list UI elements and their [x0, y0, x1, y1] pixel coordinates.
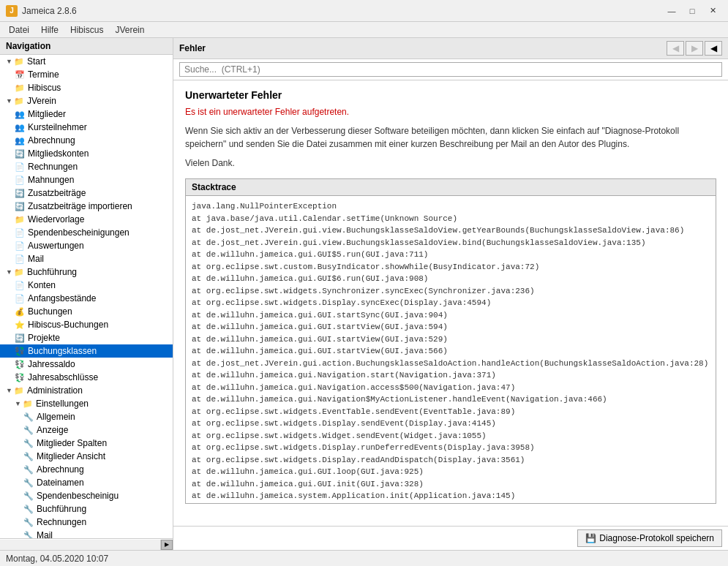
nav-item-11[interactable]: 🔄 Zusatzbeiträge importieren: [0, 200, 173, 213]
save-label: Diagnose-Protokoll speichern: [599, 533, 714, 543]
nav-item-label-28: Anzeige: [37, 425, 68, 435]
nav-item-10[interactable]: 🔄 Zusatzbeiträge: [0, 186, 173, 200]
nav-item-21[interactable]: 🔄 Projekte: [0, 331, 173, 344]
item-icon-2: 📁: [15, 83, 25, 93]
item-icon-33: 🔧: [23, 491, 34, 501]
maximize-button[interactable]: □: [683, 4, 702, 18]
nav-item-24[interactable]: 💱 Jahresabschlüsse: [0, 371, 173, 384]
nav-scroll-right-btn[interactable]: ▶: [161, 540, 173, 550]
folder-icon-3: 📁: [14, 97, 24, 106]
nav-item-label-25: Administration: [27, 385, 83, 396]
nav-item-30[interactable]: 🔧 Mitglieder Ansicht: [0, 450, 173, 463]
nav-item-28[interactable]: 🔧 Anzeige: [0, 423, 173, 437]
nav-item-25[interactable]: ▼ 📁 Administration: [0, 384, 173, 397]
nav-back-button[interactable]: ◀: [667, 41, 684, 56]
nav-forward-button[interactable]: ▶: [686, 41, 703, 56]
nav-item-label-12: Wiedervorlage: [28, 214, 84, 224]
save-protocol-button[interactable]: 💾 Diagnose-Protokoll speichern: [577, 529, 722, 547]
nav-item-7[interactable]: 🔄 Mitgliedskonten: [0, 147, 173, 160]
item-icon-14: 📄: [15, 241, 25, 251]
item-icon-11: 🔄: [15, 202, 25, 211]
menu-jverein[interactable]: JVerein: [109, 23, 150, 37]
item-icon-8: 📄: [15, 162, 25, 172]
item-icon-12: 📁: [15, 215, 25, 224]
item-icon-15: 📄: [15, 254, 25, 264]
stacktrace-line-6: at de.willuhn.jameica.gui.GUI$6.run(GUI.…: [192, 273, 710, 285]
nav-horizontal-scrollbar[interactable]: [0, 540, 161, 550]
stacktrace-line-1: at java.base/java.util.Calendar.setTime(…: [192, 213, 710, 225]
expand-arrow-0: ▼: [6, 58, 12, 65]
item-icon-22: 💱: [15, 347, 25, 356]
close-button[interactable]: ✕: [703, 4, 722, 18]
nav-item-label-14: Auswertungen: [28, 241, 84, 251]
title-bar: J Jameica 2.8.6 — □ ✕: [0, 0, 728, 22]
nav-item-31[interactable]: 🔧 Abrechnung: [0, 463, 173, 476]
nav-item-13[interactable]: 📄 Spendenbescheinigungen: [0, 226, 173, 239]
nav-item-18[interactable]: 📄 Anfangsbestände: [0, 292, 173, 305]
nav-item-0[interactable]: ▼ 📁 Start: [0, 55, 173, 68]
nav-item-15[interactable]: 📄 Mail: [0, 252, 173, 265]
nav-item-19[interactable]: 💰 Buchungen: [0, 305, 173, 318]
nav-item-20[interactable]: ⭐ Hibiscus-Buchungen: [0, 318, 173, 331]
app-title: Jameica 2.8.6: [22, 6, 77, 16]
menu-hilfe[interactable]: Hilfe: [35, 23, 64, 37]
nav-item-label-33: Spendenbescheinigu: [37, 491, 119, 501]
stacktrace-line-17: at org.eclipse.swt.widgets.EventTable.se…: [192, 406, 710, 418]
stacktrace-line-5: at org.eclipse.swt.custom.BusyIndicator.…: [192, 261, 710, 273]
nav-item-12[interactable]: 📁 Wiedervorlage: [0, 213, 173, 226]
nav-item-label-21: Projekte: [28, 333, 60, 343]
stacktrace-line-13: at de.jost_net.JVerein.gui.action.Buchun…: [192, 358, 710, 370]
nav-back2-button[interactable]: ◀: [705, 41, 722, 56]
item-icon-23: 💱: [15, 360, 25, 369]
minimize-button[interactable]: —: [662, 4, 681, 18]
nav-item-label-27: Allgemein: [37, 412, 75, 422]
nav-item-32[interactable]: 🔧 Dateinamen: [0, 476, 173, 489]
nav-item-35[interactable]: 🔧 Rechnungen: [0, 516, 173, 529]
nav-item-3[interactable]: ▼ 📁 JVerein: [0, 94, 173, 107]
nav-item-1[interactable]: 📅 Termine: [0, 68, 173, 81]
nav-item-29[interactable]: 🔧 Mitglieder Spalten: [0, 437, 173, 450]
nav-item-label-32: Dateinamen: [37, 478, 84, 488]
nav-item-label-4: Mitglieder: [28, 109, 66, 119]
folder-icon-0: 📁: [14, 57, 24, 67]
nav-tree[interactable]: ▼ 📁 Start📅 Termine📁 Hibiscus▼ 📁 JVerein👥…: [0, 55, 173, 538]
nav-item-label-20: Hibiscus-Buchungen: [28, 320, 108, 330]
nav-item-33[interactable]: 🔧 Spendenbescheinigu: [0, 489, 173, 502]
menu-datei[interactable]: Datei: [3, 23, 35, 37]
error-content: Unerwarteter Fehler Es ist ein unerwarte…: [173, 80, 728, 526]
nav-item-6[interactable]: 👥 Abrechnung: [0, 134, 173, 147]
nav-item-26[interactable]: ▼ 📁 Einstellungen: [0, 397, 173, 410]
nav-item-34[interactable]: 🔧 Buchführung: [0, 502, 173, 516]
stacktrace-line-20: at org.eclipse.swt.widgets.Display.runDe…: [192, 442, 710, 454]
stacktrace-line-4: at de.willuhn.jameica.gui.GUI$5.run(GUI.…: [192, 249, 710, 261]
nav-item-17[interactable]: 📄 Konten: [0, 279, 173, 292]
nav-item-4[interactable]: 👥 Mitglieder: [0, 107, 173, 121]
nav-item-14[interactable]: 📄 Auswertungen: [0, 239, 173, 252]
item-icon-28: 🔧: [23, 426, 34, 435]
stacktrace-line-3: at de.jost_net.JVerein.gui.view.Buchungs…: [192, 237, 710, 249]
expand-arrow-25: ▼: [6, 387, 12, 394]
stacktrace-line-10: at de.willuhn.jameica.gui.GUI.startView(…: [192, 321, 710, 333]
stacktrace-line-9: at de.willuhn.jameica.gui.GUI.startSync(…: [192, 309, 710, 322]
stacktrace-line-7: at org.eclipse.swt.widgets.Synchronizer.…: [192, 285, 710, 298]
stacktrace-line-11: at de.willuhn.jameica.gui.GUI.startView(…: [192, 333, 710, 346]
stacktrace-content[interactable]: java.lang.NullPointerException at java.b…: [186, 196, 716, 503]
nav-item-8[interactable]: 📄 Rechnungen: [0, 160, 173, 173]
nav-item-5[interactable]: 👥 Kursteilnehmer: [0, 121, 173, 134]
nav-item-label-18: Anfangsbestände: [28, 293, 96, 303]
nav-item-label-6: Abrechnung: [28, 135, 75, 146]
stacktrace-line-25: at de.willuhn.jameica.system.Application…: [192, 502, 710, 504]
nav-item-36[interactable]: 🔧 Mail: [0, 529, 173, 538]
nav-item-22[interactable]: 💱 Buchungsklassen: [0, 344, 173, 358]
menu-hibiscus[interactable]: Hibiscus: [64, 23, 109, 37]
nav-item-9[interactable]: 📄 Mahnungen: [0, 173, 173, 186]
nav-item-27[interactable]: 🔧 Allgemein: [0, 410, 173, 423]
nav-item-23[interactable]: 💱 Jahressaldo: [0, 358, 173, 371]
nav-item-16[interactable]: ▼ 📁 Buchführung: [0, 265, 173, 279]
nav-item-label-9: Mahnungen: [28, 175, 74, 185]
search-input[interactable]: [179, 62, 722, 77]
nav-item-label-17: Konten: [28, 280, 56, 290]
stacktrace-line-23: at de.willuhn.jameica.gui.GUI.init(GUI.j…: [192, 478, 710, 491]
nav-item-2[interactable]: 📁 Hibiscus: [0, 81, 173, 94]
item-icon-21: 🔄: [15, 333, 25, 343]
